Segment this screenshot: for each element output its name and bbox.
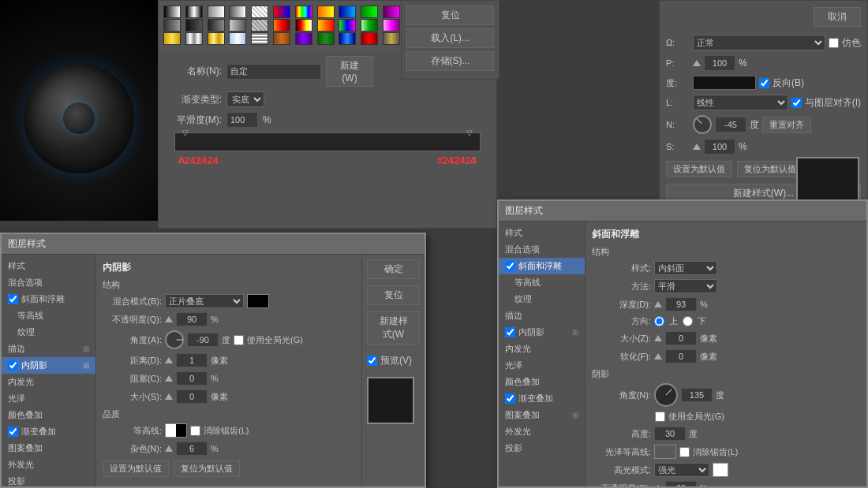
style2-patternoverlay[interactable]: 图案叠加 ⊞ xyxy=(499,407,585,423)
bevel-angle-input[interactable] xyxy=(681,388,713,402)
opacity-input[interactable] xyxy=(704,55,735,71)
swatch-item[interactable] xyxy=(339,19,356,32)
style2-texture[interactable]: 纹理 xyxy=(499,291,585,307)
swatch-item[interactable] xyxy=(163,19,181,32)
swatch-item[interactable] xyxy=(383,6,400,18)
style2-outerglow[interactable]: 外发光 xyxy=(499,423,585,440)
ok-button-1[interactable]: 确定 xyxy=(367,259,420,279)
swatch-item[interactable] xyxy=(251,19,268,32)
style-item-patternoverlay[interactable]: 图案叠加 xyxy=(2,440,95,456)
gradient-bar[interactable] xyxy=(174,132,481,151)
save-button[interactable]: 存储(S)... xyxy=(406,51,494,71)
style-item-satin[interactable]: 光泽 xyxy=(2,390,95,407)
soften-input[interactable] xyxy=(665,349,697,363)
swatch-item[interactable] xyxy=(163,6,181,18)
size-input[interactable] xyxy=(176,389,208,404)
angle-dial[interactable] xyxy=(693,115,712,134)
scale-input[interactable] xyxy=(704,139,735,155)
style-item-innershadow[interactable]: 内阴影 ⊞ xyxy=(2,357,95,374)
swatch-item[interactable] xyxy=(383,19,400,32)
style-item-shadow[interactable]: 投影 xyxy=(2,473,95,488)
swatch-item[interactable] xyxy=(361,32,378,45)
bevel2-checkbox[interactable] xyxy=(505,261,515,271)
style-item-gradientoverlay[interactable]: 渐变叠加 xyxy=(2,423,95,440)
swatch-item[interactable] xyxy=(273,32,290,45)
color-swatch[interactable] xyxy=(693,76,756,90)
gradient-name-input[interactable] xyxy=(226,64,321,80)
depth-input[interactable] xyxy=(665,297,697,311)
style-item-contour[interactable]: 等高线 xyxy=(2,307,95,324)
highlight-select[interactable]: 强光 xyxy=(654,463,709,477)
noise-input[interactable] xyxy=(176,441,208,456)
swatch-item[interactable] xyxy=(208,32,225,45)
direction-down-radio[interactable] xyxy=(683,316,693,326)
set-default-shadow-button[interactable]: 设置为默认值 xyxy=(103,460,169,477)
swatch-item[interactable] xyxy=(361,19,378,32)
swatch-item[interactable] xyxy=(251,32,268,45)
style2-innershadow[interactable]: 内阴影 ⊞ xyxy=(499,324,585,341)
align-checkbox[interactable] xyxy=(791,98,802,108)
new-gradient-button[interactable]: 新建(W) xyxy=(326,56,373,87)
distance-input[interactable] xyxy=(176,353,208,367)
swatch-item[interactable] xyxy=(273,19,290,32)
spread-input[interactable] xyxy=(176,371,208,386)
useglobal-checkbox[interactable] xyxy=(234,335,244,345)
swatch-item[interactable] xyxy=(295,32,312,45)
style-item-innerglow[interactable]: 内发光 xyxy=(2,374,95,390)
innershadow2-checkbox[interactable] xyxy=(505,327,515,337)
style2-contour[interactable]: 等高线 xyxy=(499,274,585,291)
innershadow-checkbox[interactable] xyxy=(8,360,18,371)
reset-default-shadow-button[interactable]: 复位为默认值 xyxy=(174,460,240,477)
shadow-color-swatch[interactable] xyxy=(247,294,269,308)
contour-anticrisp-checkbox[interactable] xyxy=(190,426,200,436)
style2-blend[interactable]: 混合选项 xyxy=(499,241,585,258)
swatch-item[interactable] xyxy=(208,6,225,18)
swatch-item[interactable] xyxy=(295,6,312,18)
bevel-opacity-o-input[interactable] xyxy=(665,481,697,486)
gradient-type-select[interactable]: 实底 xyxy=(226,91,264,107)
style2-innerglow[interactable]: 内发光 xyxy=(499,341,585,357)
swatch-item[interactable] xyxy=(383,32,400,45)
direction-up-radio[interactable] xyxy=(654,316,664,326)
blendmode-ctrl-select[interactable]: 正片叠底 xyxy=(165,294,244,308)
angle-ctrl-dial[interactable] xyxy=(165,330,184,349)
style2-style[interactable]: 样式 xyxy=(499,225,585,241)
swatch-item[interactable] xyxy=(229,32,246,45)
bevel-checkbox[interactable] xyxy=(8,294,18,304)
highlight-color[interactable] xyxy=(713,463,728,477)
style-item-coloroverlay[interactable]: 颜色叠加 xyxy=(2,407,95,423)
set-default-button[interactable]: 设置为默认值 xyxy=(666,161,732,177)
swatch-item[interactable] xyxy=(339,6,356,18)
contour-thumbnail[interactable] xyxy=(165,423,187,438)
swatch-item[interactable] xyxy=(185,32,203,45)
newstyle-button-1[interactable]: 新建样式(W xyxy=(367,311,420,345)
swatch-item[interactable] xyxy=(185,6,203,18)
style2-bevel[interactable]: 斜面和浮雕 xyxy=(499,258,585,274)
style-item-style[interactable]: 样式 xyxy=(2,258,95,274)
style-item-blend[interactable]: 混合选项 xyxy=(2,274,95,291)
preview-checkbox-1[interactable] xyxy=(367,356,377,366)
swatch-item[interactable] xyxy=(208,19,225,32)
swatch-item[interactable] xyxy=(339,32,356,45)
blendmode-select[interactable]: 正常 xyxy=(693,35,825,50)
style2-coloroverlay[interactable]: 颜色叠加 xyxy=(499,374,585,390)
reset-align-button[interactable]: 重置对齐 xyxy=(762,117,811,133)
simul-color-checkbox[interactable] xyxy=(829,38,839,48)
gradientoverlay2-checkbox[interactable] xyxy=(505,393,515,404)
swatch-item[interactable] xyxy=(229,19,246,32)
swatch-item[interactable] xyxy=(185,19,203,32)
bevel-style-select[interactable]: 内斜面 xyxy=(654,261,717,275)
swatch-item[interactable] xyxy=(295,19,312,32)
style2-stroke[interactable]: 描边 xyxy=(499,307,585,324)
swatch-item[interactable] xyxy=(317,32,335,45)
load-button[interactable]: 载入(L)... xyxy=(406,28,494,48)
reset-button-1[interactable]: 复位 xyxy=(367,285,420,305)
bevel-method-select[interactable]: 平滑 xyxy=(654,279,717,293)
cancel-button-top[interactable]: 取消 xyxy=(814,7,861,27)
gloss-anticrisp-checkbox[interactable] xyxy=(679,447,690,457)
reset-default-button[interactable]: 复位为默认值 xyxy=(737,161,803,177)
swatch-item[interactable] xyxy=(361,6,378,18)
opacity-ctrl-input[interactable] xyxy=(176,312,208,326)
style-item-texture[interactable]: 纹理 xyxy=(2,324,95,341)
swatch-item[interactable] xyxy=(251,6,268,18)
